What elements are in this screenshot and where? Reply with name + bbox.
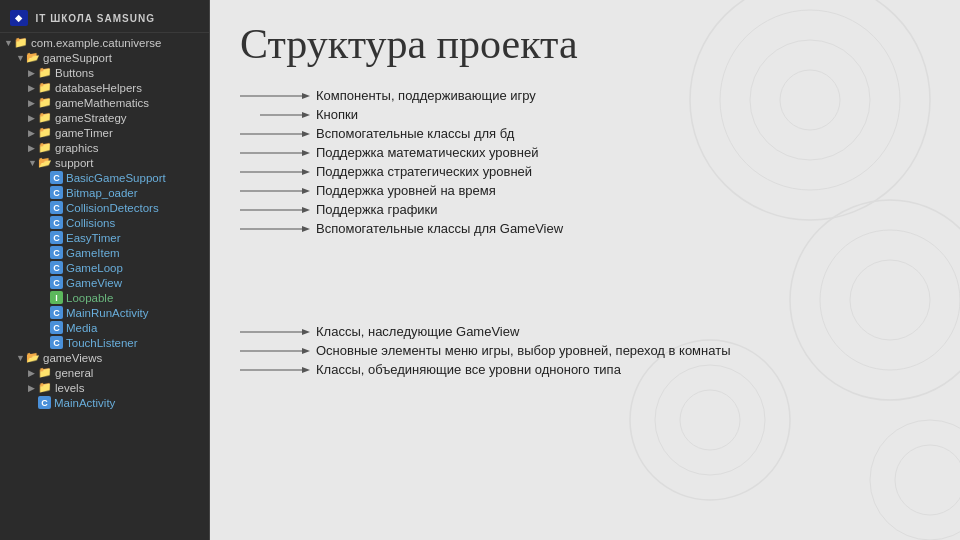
svg-marker-13 xyxy=(302,93,310,99)
tree-item-support[interactable]: ▼ 📂 support xyxy=(0,155,209,170)
gameViews-label: gameViews xyxy=(43,352,102,364)
svg-marker-23 xyxy=(302,188,310,194)
databaseHelpers-label: databaseHelpers xyxy=(55,82,142,94)
tree-item-Buttons[interactable]: ▶ 📁 Buttons xyxy=(0,65,209,80)
arrow-svg-3 xyxy=(240,147,310,159)
Loopable-arrow xyxy=(40,293,50,303)
tree-item-general[interactable]: ▶ 📁 general xyxy=(0,365,209,380)
class-icon-GameView: C xyxy=(50,276,63,289)
MainActivity-label: MainActivity xyxy=(54,397,115,409)
tree-item-GameItem[interactable]: C GameItem xyxy=(0,245,209,260)
graphics-arrow: ▶ xyxy=(28,143,38,153)
tree-item-gameTimer[interactable]: ▶ 📁 gameTimer xyxy=(0,125,209,140)
Media-label: Media xyxy=(66,322,97,334)
EasyTimer-arrow xyxy=(40,233,50,243)
annotation-text-4: Поддержка стратегических уровней xyxy=(316,164,532,179)
MainRunActivity-label: MainRunActivity xyxy=(66,307,148,319)
TouchListener-label: TouchListener xyxy=(66,337,138,349)
Collisions-arrow xyxy=(40,218,50,228)
root-arrow: ▼ xyxy=(4,38,14,48)
tree-item-Loopable[interactable]: I Loopable xyxy=(0,290,209,305)
class-icon-GameItem: C xyxy=(50,246,63,259)
tree-item-databaseHelpers[interactable]: ▶ 📁 databaseHelpers xyxy=(0,80,209,95)
MainActivity-arrow xyxy=(28,398,38,408)
tree-item-MainRunActivity[interactable]: C MainRunActivity xyxy=(0,305,209,320)
folder-icon-gameStrategy: 📁 xyxy=(38,111,52,124)
class-icon-Collisions: C xyxy=(50,216,63,229)
support-arrow: ▼ xyxy=(28,158,38,168)
GameView-label: GameView xyxy=(66,277,122,289)
annotation-row-5: Поддержка уровней на время xyxy=(240,183,930,198)
annotation-row-9: Основные элементы меню игры, выбор уровн… xyxy=(240,343,930,358)
class-icon-BasicGameSupport: C xyxy=(50,171,63,184)
arrow-svg-10 xyxy=(240,364,310,376)
tree-item-graphics[interactable]: ▶ 📁 graphics xyxy=(0,140,209,155)
arrow-svg-6 xyxy=(240,204,310,216)
tree-item-gameStrategy[interactable]: ▶ 📁 gameStrategy xyxy=(0,110,209,125)
graphics-label: graphics xyxy=(55,142,98,154)
arrow-svg-8 xyxy=(240,326,310,338)
svg-marker-25 xyxy=(302,207,310,213)
BasicGameSupport-label: BasicGameSupport xyxy=(66,172,166,184)
tree-item-root[interactable]: ▼ 📁 com.example.catuniverse xyxy=(0,35,209,50)
tree-item-EasyTimer[interactable]: C EasyTimer xyxy=(0,230,209,245)
samsung-logo: ◆ xyxy=(10,10,28,26)
tree-item-levels[interactable]: ▶ 📁 levels xyxy=(0,380,209,395)
tree-root: ▼ 📁 com.example.catuniverse ▼ 📂 gameSupp… xyxy=(0,33,209,412)
tree-item-Media[interactable]: C Media xyxy=(0,320,209,335)
tree-item-gameViews[interactable]: ▼ 📂 gameViews xyxy=(0,350,209,365)
file-tree-panel: ◆ IT ШКОЛА SAMSUNG ▼ 📁 com.example.catun… xyxy=(0,0,210,540)
class-icon-GameLoop: C xyxy=(50,261,63,274)
gameMathematics-label: gameMathematics xyxy=(55,97,149,109)
arrow-svg-2 xyxy=(240,128,310,140)
tree-item-gameSupport[interactable]: ▼ 📂 gameSupport xyxy=(0,50,209,65)
gameTimer-label: gameTimer xyxy=(55,127,113,139)
gameSupport-label: gameSupport xyxy=(43,52,112,64)
annotation-row-10: Классы, объединяющие все уровни одноного… xyxy=(240,362,930,377)
annotation-row-1: Кнопки xyxy=(260,107,930,122)
annotation-text-10: Классы, объединяющие все уровни одноного… xyxy=(316,362,621,377)
tree-item-BasicGameSupport[interactable]: C BasicGameSupport xyxy=(0,170,209,185)
tree-item-GameLoop[interactable]: C GameLoop xyxy=(0,260,209,275)
annotation-text-8: Классы, наследующие GameView xyxy=(316,324,519,339)
GameView-arrow xyxy=(40,278,50,288)
annotation-row-0: Компоненты, поддерживающие игру xyxy=(240,88,930,103)
folder-icon-gameViews: 📂 xyxy=(26,351,40,364)
tree-item-CollisionDetectors[interactable]: C CollisionDetectors xyxy=(0,200,209,215)
right-panel: Структура проекта Компоненты, поддержива… xyxy=(210,0,960,540)
gameStrategy-label: gameStrategy xyxy=(55,112,127,124)
folder-icon-gameMathematics: 📁 xyxy=(38,96,52,109)
annotation-text-1: Кнопки xyxy=(316,107,358,122)
folder-icon-levels: 📁 xyxy=(38,381,52,394)
TouchListener-arrow xyxy=(40,338,50,348)
tree-item-MainActivity[interactable]: C MainActivity xyxy=(0,395,209,410)
annotation-row-3: Поддержка математических уровней xyxy=(240,145,930,160)
annotation-text-7: Вспомогательные классы для GameView xyxy=(316,221,563,236)
tree-item-GameView[interactable]: C GameView xyxy=(0,275,209,290)
folder-icon-databaseHelpers: 📁 xyxy=(38,81,52,94)
tree-item-TouchListener[interactable]: C TouchListener xyxy=(0,335,209,350)
svg-marker-19 xyxy=(302,150,310,156)
annotation-text-2: Вспомогательные классы для бд xyxy=(316,126,514,141)
tree-item-gameMathematics[interactable]: ▶ 📁 gameMathematics xyxy=(0,95,209,110)
gameTimer-arrow: ▶ xyxy=(28,128,38,138)
annotation-row-7: Вспомогательные классы для GameView xyxy=(240,221,930,236)
databaseHelpers-arrow: ▶ xyxy=(28,83,38,93)
tree-item-Collisions[interactable]: C Collisions xyxy=(0,215,209,230)
page-title: Структура проекта xyxy=(240,20,930,68)
svg-point-11 xyxy=(895,445,960,515)
folder-icon-support: 📂 xyxy=(38,156,52,169)
class-icon-Media: C xyxy=(50,321,63,334)
class-icon-EasyTimer: C xyxy=(50,231,63,244)
annotations-container: Компоненты, поддерживающие игру Кнопки В… xyxy=(240,88,930,377)
tree-item-BitmapLoader[interactable]: C Bitmap_oader xyxy=(0,185,209,200)
root-label: com.example.catuniverse xyxy=(31,37,161,49)
MainRunActivity-arrow xyxy=(40,308,50,318)
svg-marker-17 xyxy=(302,131,310,137)
annotation-row-6: Поддержка графики xyxy=(240,202,930,217)
gameMathematics-arrow: ▶ xyxy=(28,98,38,108)
EasyTimer-label: EasyTimer xyxy=(66,232,121,244)
folder-icon-graphics: 📁 xyxy=(38,141,52,154)
folder-icon-gameTimer: 📁 xyxy=(38,126,52,139)
arrow-svg-7 xyxy=(240,223,310,235)
